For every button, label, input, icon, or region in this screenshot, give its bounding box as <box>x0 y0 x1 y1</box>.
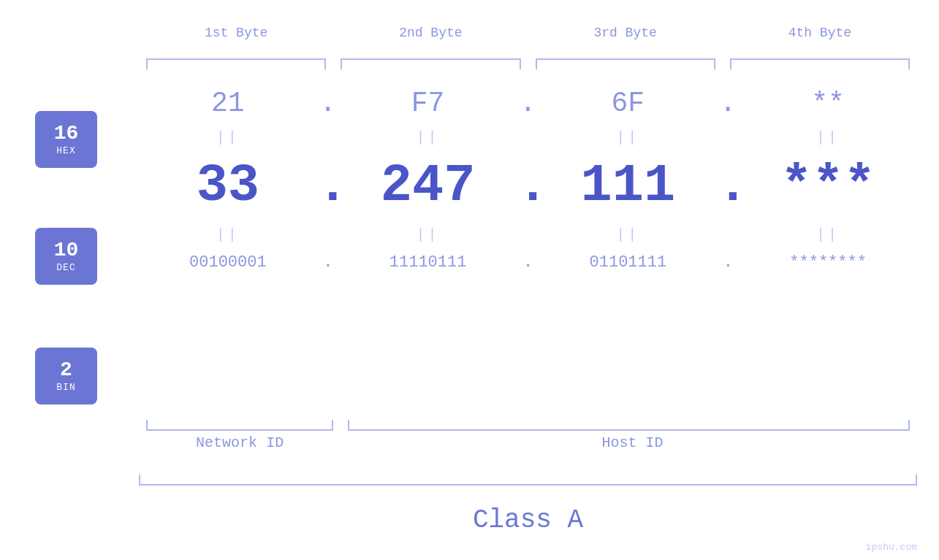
watermark: ipshu.com <box>866 542 917 553</box>
hex-val-2: F7 <box>339 88 517 119</box>
top-bracket-2 <box>341 58 520 69</box>
col-header-4: 4th Byte <box>723 26 917 40</box>
hex-val-3: 6F <box>539 88 718 119</box>
rows-area: 21 . F7 . 6F . ** || || || || 33 . 247 .… <box>139 73 917 279</box>
top-bracket-3 <box>536 58 715 69</box>
network-bracket <box>146 420 333 431</box>
bin-dot-3: . <box>717 253 739 272</box>
class-label: Class A <box>139 505 917 535</box>
hex-dot-2: . <box>517 88 539 119</box>
full-bottom-bracket <box>139 475 917 486</box>
equals-row-2: || || || || <box>139 223 917 246</box>
bin-badge-label: BIN <box>56 382 75 393</box>
eq2-2: || <box>339 226 517 243</box>
hex-val-4: ** <box>739 88 917 119</box>
equals-row-1: || || || || <box>139 126 917 149</box>
col-header-1: 1st Byte <box>139 26 333 40</box>
host-bracket <box>348 420 910 431</box>
eq2-3: || <box>539 226 718 243</box>
eq1-2: || <box>339 129 517 146</box>
network-id-label: Network ID <box>139 434 341 451</box>
dec-dot-3: . <box>717 156 739 216</box>
eq1-4: || <box>739 129 917 146</box>
top-brackets <box>139 58 917 69</box>
dec-badge-number: 10 <box>54 239 79 262</box>
hex-dot-3: . <box>717 88 739 119</box>
eq1-1: || <box>139 129 317 146</box>
host-id-label: Host ID <box>348 434 917 451</box>
dec-val-1: 33 <box>139 156 317 216</box>
bin-badge-number: 2 <box>60 359 72 382</box>
hex-badge-label: HEX <box>56 145 75 156</box>
hex-badge-number: 16 <box>54 123 79 145</box>
hex-badge: 16 HEX <box>35 111 97 168</box>
dec-val-3: 111 <box>539 156 718 216</box>
dec-dot-2: . <box>517 156 539 216</box>
hex-dot-1: . <box>317 88 339 119</box>
col-header-3: 3rd Byte <box>528 26 723 40</box>
col-header-2: 2nd Byte <box>333 26 528 40</box>
dec-val-2: 247 <box>339 156 517 216</box>
hex-val-1: 21 <box>139 88 317 119</box>
bin-row: 00100001 . 11110111 . 01101111 . *******… <box>139 246 917 279</box>
column-headers: 1st Byte 2nd Byte 3rd Byte 4th Byte <box>139 26 917 40</box>
top-bracket-4 <box>730 58 910 69</box>
bin-dot-1: . <box>317 253 339 272</box>
bin-val-2: 11110111 <box>339 253 517 272</box>
hex-row: 21 . F7 . 6F . ** <box>139 73 917 126</box>
bin-badge: 2 BIN <box>35 348 97 404</box>
dec-row: 33 . 247 . 111 . *** <box>139 149 917 223</box>
dec-dot-1: . <box>317 156 339 216</box>
eq2-1: || <box>139 226 317 243</box>
main-container: 16 HEX 10 DEC 2 BIN 1st Byte 2nd Byte 3r… <box>0 0 939 560</box>
dec-val-4: *** <box>739 156 917 216</box>
top-bracket-1 <box>146 58 326 69</box>
eq2-4: || <box>739 226 917 243</box>
bin-val-3: 01101111 <box>539 253 718 272</box>
dec-badge: 10 DEC <box>35 228 97 285</box>
eq1-3: || <box>539 129 718 146</box>
bin-val-4: ******** <box>739 253 917 272</box>
dec-badge-label: DEC <box>56 262 75 273</box>
bin-val-1: 00100001 <box>139 253 317 272</box>
bin-dot-2: . <box>517 253 539 272</box>
